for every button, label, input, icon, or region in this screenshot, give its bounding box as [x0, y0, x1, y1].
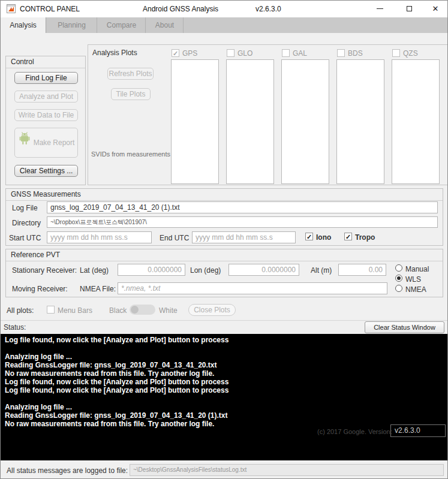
gal-checkbox-label: GAL	[293, 49, 307, 58]
minimize-button[interactable]	[369, 1, 390, 17]
app-version: v2.6.3.0	[255, 5, 281, 13]
nmea-file-label: NMEA File:	[80, 285, 116, 293]
bds-svid-listbox[interactable]	[336, 59, 384, 184]
all-plots-label: All plots:	[7, 306, 34, 315]
console-log-line: Reading GnssLogger file: gnss_log_2019_0…	[1, 411, 447, 420]
black-white-toggle[interactable]	[130, 305, 155, 315]
lat-input	[118, 264, 185, 276]
status-log-file-path: ~\Desktop\GnssAnalysisFiles\statusLog.tx…	[130, 464, 444, 476]
manual-radio[interactable]	[395, 264, 402, 272]
start-utc-input[interactable]	[47, 231, 152, 243]
directory-label: Directory	[12, 219, 41, 227]
analysis-tab-content: Control Find Log File Analyze and Plot W…	[1, 33, 447, 320]
analysis-plots-panel: Analysis Plots Refresh Plots Tile Plots …	[88, 44, 448, 185]
alt-input	[338, 264, 386, 276]
glo-svid-listbox[interactable]	[226, 59, 274, 184]
constellation-column-gal: GAL	[281, 49, 330, 185]
close-button[interactable]: ✕	[425, 1, 446, 17]
console-log-line: Log file found, now click the [Analyze a…	[1, 378, 447, 386]
menu-bars-label: Menu Bars	[58, 306, 92, 315]
start-utc-label: Start UTC	[9, 234, 41, 242]
copyright-text: (c) 2017 Google. Version:	[317, 428, 392, 435]
white-label: White	[159, 306, 178, 315]
wls-radio[interactable]	[395, 275, 402, 282]
title-bar: CONTROL PANEL Android GNSS Analysis v2.6…	[1, 1, 447, 17]
end-utc-input[interactable]	[192, 231, 296, 243]
gal-svid-listbox[interactable]	[281, 59, 329, 184]
find-log-file-button[interactable]: Find Log File	[14, 72, 78, 84]
console-log-line: Log file found, now click the [Analyze a…	[1, 336, 447, 344]
gps-svid-listbox[interactable]	[171, 59, 219, 184]
constellation-column-bds: BDS	[336, 49, 386, 185]
close-plots-button: Close Plots	[188, 304, 236, 316]
glo-checkbox-label: GLO	[237, 49, 252, 58]
control-group: Control Find Log File Analyze and Plot W…	[5, 56, 86, 185]
tile-plots-button: Tile Plots	[111, 88, 151, 100]
make-report-button: Make Report	[14, 128, 78, 158]
constellation-column-glo: GLO	[226, 49, 275, 185]
toggle-knob	[131, 306, 139, 314]
lon-label: Lon (deg)	[190, 266, 221, 275]
status-label: Status:	[4, 323, 26, 332]
menu-bars-checkbox	[47, 306, 55, 314]
glo-checkbox	[227, 49, 234, 57]
console-log-line	[1, 344, 447, 353]
log-file-label: Log File	[12, 204, 38, 212]
console-log-line: No raw measurements read from this file.…	[1, 369, 447, 378]
gps-checkbox: ✓	[172, 49, 179, 57]
maximize-button[interactable]	[399, 1, 419, 17]
make-report-label: Make Report	[34, 138, 75, 147]
status-log-file-label: All status messages are logged to file:	[7, 466, 128, 475]
qzs-checkbox	[392, 49, 400, 57]
version-display: v2.6.3.0	[390, 424, 446, 437]
write-data-to-file-button: Write Data to File	[14, 109, 78, 121]
clear-status-window-button[interactable]: Clear Status Window	[365, 321, 444, 333]
tropo-label: Tropo	[355, 233, 375, 242]
constellation-column-gps: ✓GPS	[171, 49, 220, 185]
directory-input[interactable]	[47, 216, 438, 228]
lon-input	[228, 264, 299, 276]
moving-receiver-label: Moving Receiver:	[12, 285, 68, 293]
tab-bar: Analysis Planning Compare About	[1, 17, 447, 33]
console-log-line: No raw measurements read from this file.…	[1, 420, 447, 428]
tab-compare[interactable]: Compare	[98, 17, 146, 33]
reference-pvt-group: Reference PVT Stationary Receiver: Lat (…	[5, 249, 443, 297]
constellation-column-qzs: QZS	[392, 49, 441, 185]
bds-checkbox	[337, 49, 345, 57]
qzs-checkbox-label: QZS	[403, 49, 418, 58]
tropo-checkbox[interactable]: ✓	[344, 233, 352, 240]
tab-planning[interactable]: Planning	[47, 17, 97, 33]
console-log-line: Analyzing log file ...	[1, 353, 447, 361]
gps-checkbox-label: GPS	[182, 49, 197, 58]
lat-label: Lat (deg)	[80, 266, 109, 275]
android-robot-icon	[18, 129, 31, 158]
refresh-plots-button: Refresh Plots	[107, 68, 154, 80]
gnss-measurements-group: GNSS Measurements Log File Directory Sta…	[5, 188, 443, 246]
status-row: Status: Clear Status Window	[1, 320, 447, 334]
gal-checkbox	[282, 49, 290, 57]
iono-checkbox[interactable]: ✓	[305, 233, 313, 240]
control-group-title: Control	[6, 56, 85, 68]
clear-settings-button[interactable]: Clear Settings ...	[14, 165, 78, 177]
analysis-plots-title: Analysis Plots	[92, 49, 137, 57]
gnss-group-title: GNSS Measurements	[6, 189, 443, 201]
nmea-file-input[interactable]	[118, 282, 387, 294]
nmea-radio-label: NMEA	[405, 285, 426, 294]
svids-note: SVIDs from measurements	[91, 150, 170, 158]
nmea-radio[interactable]	[395, 285, 402, 292]
app-title: Android GNSS Analysis	[143, 5, 218, 13]
qzs-svid-listbox[interactable]	[392, 59, 440, 184]
console-lines: Log file found, now click the [Analyze a…	[1, 336, 447, 428]
matlab-app-icon	[7, 4, 16, 13]
log-file-input[interactable]	[47, 201, 438, 213]
black-label: Black	[109, 306, 127, 315]
tab-analysis[interactable]: Analysis	[1, 17, 46, 33]
footer-bar: All status messages are logged to file: …	[1, 460, 447, 479]
manual-radio-label: Manual	[405, 265, 429, 273]
tab-about[interactable]: About	[146, 17, 184, 33]
console-log-line: Reading GnssLogger file: gnss_log_2019_0…	[1, 361, 447, 369]
refpvt-group-title: Reference PVT	[6, 249, 443, 261]
alt-label: Alt (m)	[311, 266, 332, 275]
console-log-line	[1, 394, 447, 403]
status-console[interactable]: Log file found, now click the [Analyze a…	[1, 334, 447, 460]
